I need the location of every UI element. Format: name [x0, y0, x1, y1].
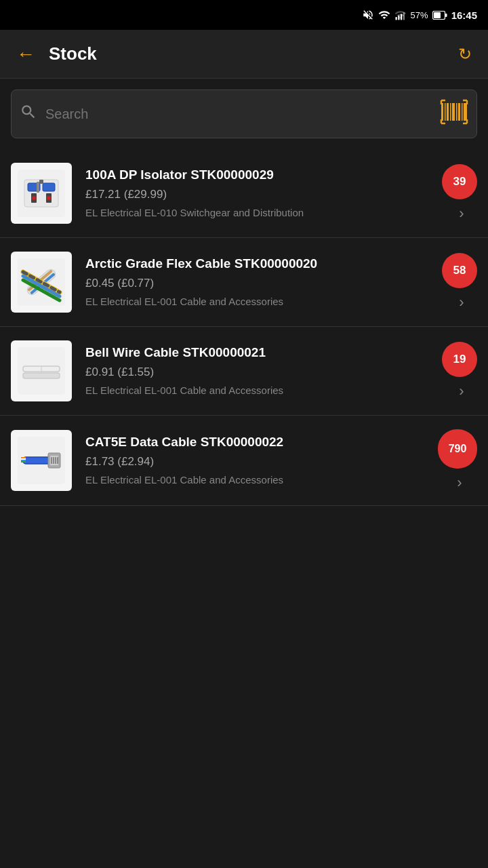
item-name-3: Bell Wire Cable STK00000021 — [85, 344, 434, 361]
svg-rect-7 — [441, 103, 443, 121]
item-details-2: Arctic Grade Flex Cable STK00000020 £0.4… — [85, 256, 434, 309]
svg-rect-15 — [464, 103, 467, 121]
stock-item-4[interactable]: CAT5E Data Cable STK00000022 £1.73 (£2.9… — [0, 416, 488, 506]
page-title: Stock — [49, 43, 453, 64]
svg-rect-13 — [458, 103, 460, 121]
battery-icon — [432, 11, 447, 20]
signal-icon — [394, 9, 407, 21]
svg-rect-44 — [53, 457, 54, 464]
item-stock-badge-3: 19 — [442, 342, 477, 377]
svg-rect-3 — [403, 12, 404, 20]
item-price-1: £17.21 (£29.99) — [85, 188, 434, 201]
svg-rect-14 — [462, 103, 463, 121]
item-badge-area-2: 58 › — [442, 253, 477, 311]
svg-rect-0 — [395, 17, 396, 20]
svg-rect-2 — [401, 14, 402, 20]
item-category-3: EL Electrical EL-001 Cable and Accessori… — [85, 383, 434, 397]
stock-item-1[interactable]: 100A DP Isolator STK00000029 £17.21 (£29… — [0, 149, 488, 238]
chevron-right-icon-2: › — [459, 294, 464, 311]
back-button[interactable]: ← — [11, 39, 41, 69]
item-badge-area-4: 790 › — [438, 429, 477, 492]
chevron-right-icon-4: › — [457, 474, 462, 492]
stock-item-2[interactable]: Arctic Grade Flex Cable STK00000020 £0.4… — [0, 238, 488, 327]
item-name-4: CAT5E Data Cable STK00000022 — [85, 434, 430, 451]
item-image-2 — [11, 252, 72, 313]
chevron-right-icon-3: › — [459, 382, 464, 400]
barcode-scan-button[interactable] — [440, 99, 468, 130]
item-stock-badge-2: 58 — [442, 253, 477, 288]
item-name-2: Arctic Grade Flex Cable STK00000020 — [85, 256, 434, 273]
item-badge-area-3: 19 › — [442, 342, 477, 400]
bellwire-image — [18, 347, 65, 395]
svg-rect-8 — [445, 103, 446, 121]
svg-rect-38 — [23, 373, 60, 378]
svg-rect-46 — [57, 457, 58, 464]
item-details-4: CAT5E Data Cable STK00000022 £1.73 (£2.9… — [85, 434, 430, 487]
svg-rect-10 — [450, 103, 451, 121]
svg-rect-5 — [434, 12, 441, 18]
battery-text: 57% — [411, 10, 428, 20]
time-display: 16:45 — [451, 9, 477, 21]
item-category-4: EL Electrical EL-001 Cable and Accessori… — [85, 473, 430, 487]
svg-rect-19 — [43, 183, 55, 191]
item-image-3 — [11, 340, 72, 401]
svg-point-23 — [47, 196, 51, 200]
search-bar — [11, 90, 477, 138]
svg-rect-45 — [55, 457, 56, 464]
search-icon — [20, 103, 37, 125]
item-badge-area-1: 39 › — [442, 164, 477, 222]
isolator-image — [18, 170, 65, 217]
item-details-1: 100A DP Isolator STK00000029 £17.21 (£29… — [85, 167, 434, 220]
item-image-1 — [11, 163, 72, 224]
stock-list: 100A DP Isolator STK00000029 £17.21 (£29… — [0, 149, 488, 506]
svg-rect-43 — [51, 457, 52, 464]
svg-rect-25 — [39, 180, 43, 184]
stock-item-3[interactable]: Bell Wire Cable STK00000021 £0.91 (£1.55… — [0, 327, 488, 416]
item-stock-badge-4: 790 — [438, 429, 477, 469]
topbar: ← Stock ↻ — [0, 30, 488, 79]
svg-rect-6 — [445, 14, 447, 17]
item-details-3: Bell Wire Cable STK00000021 £0.91 (£1.55… — [85, 344, 434, 397]
item-name-1: 100A DP Isolator STK00000029 — [85, 167, 434, 184]
item-category-2: EL Electrical EL-001 Cable and Accessori… — [85, 294, 434, 309]
item-stock-badge-1: 39 — [442, 164, 477, 199]
chevron-right-icon-1: › — [459, 205, 464, 222]
svg-point-22 — [32, 196, 36, 200]
svg-rect-24 — [37, 182, 39, 193]
cat5-image — [18, 437, 65, 484]
status-bar: 57% 16:45 — [0, 0, 488, 30]
item-price-4: £1.73 (£2.94) — [85, 455, 430, 469]
svg-rect-1 — [398, 16, 399, 20]
svg-rect-11 — [452, 103, 455, 121]
svg-rect-40 — [23, 457, 50, 464]
item-category-1: EL Electrical EL-010 Switchgear and Dist… — [85, 205, 434, 220]
item-image-4 — [11, 430, 72, 491]
cable-image — [18, 258, 65, 306]
item-price-3: £0.91 (£1.55) — [85, 366, 434, 379]
wifi-icon — [378, 9, 390, 21]
svg-rect-12 — [456, 103, 458, 121]
item-price-2: £0.45 (£0.77) — [85, 277, 434, 290]
mute-icon — [362, 9, 374, 21]
svg-rect-9 — [447, 103, 449, 121]
search-input[interactable] — [45, 106, 440, 122]
refresh-button[interactable]: ↻ — [453, 39, 477, 69]
status-icons: 57% 16:45 — [362, 9, 477, 21]
